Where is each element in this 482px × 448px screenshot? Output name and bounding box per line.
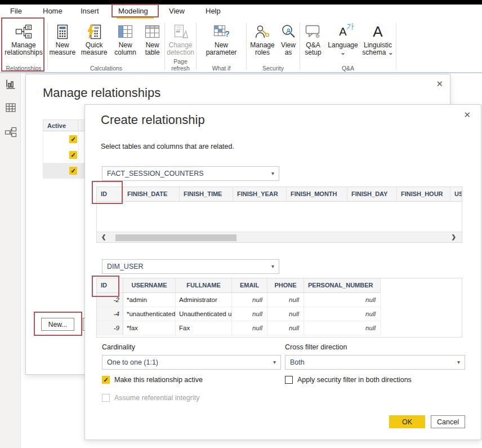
column-header-fullname[interactable]: FULLNAME (176, 278, 232, 293)
security-filter-checkbox[interactable] (285, 376, 293, 384)
language-button[interactable]: A가 Language ⌄ (327, 21, 359, 56)
data-view-icon[interactable] (5, 101, 17, 114)
checkbox-label: Assume referential integrity (114, 394, 199, 402)
referential-integrity-option: Assume referential integrity (102, 394, 199, 402)
menu-tab-view[interactable]: View (169, 7, 185, 15)
referential-integrity-checkbox (102, 394, 110, 402)
manage-relationships-button[interactable]: Manage relationships (2, 21, 45, 56)
column-header-phone[interactable]: PHONE (267, 278, 304, 293)
model-view-icon[interactable] (5, 126, 17, 138)
table-cell: null (304, 307, 381, 321)
svg-text:?: ? (225, 29, 229, 38)
column-header-id[interactable]: ID (97, 278, 123, 293)
column-header-finish-month[interactable]: FINISH_MONTH (287, 187, 347, 202)
report-view-icon[interactable] (5, 78, 17, 90)
menu-tab-file[interactable]: File (10, 7, 22, 15)
group-label-security: Security (247, 65, 300, 72)
create-dialog-subtitle: Select tables and columns that are relat… (101, 143, 234, 150)
make-active-option[interactable]: ✓ Make this relationship active (102, 376, 203, 384)
new-table-button[interactable]: New table (140, 21, 164, 56)
active-checkbox[interactable]: ✓ (69, 151, 77, 159)
new-measure-icon (56, 21, 69, 42)
manage-roles-button[interactable]: Manage roles (248, 21, 277, 56)
column-header-username[interactable]: USERNAME (123, 278, 176, 293)
column-header-finish-day[interactable]: FINISH_DAY (347, 187, 397, 202)
column-header-finish-year[interactable]: FINISH_YEAR (233, 187, 287, 202)
table-cell: Administrator (176, 293, 232, 307)
new-measure-button[interactable]: New measure (48, 21, 77, 56)
change-detection-button: Change detection (166, 21, 196, 56)
manage-dialog-title: Manage relationships (43, 86, 160, 100)
cross-filter-value: Both (290, 358, 305, 366)
make-active-checkbox[interactable]: ✓ (102, 376, 110, 384)
quick-measure-button[interactable]: Quick measure (78, 21, 110, 56)
table-cell: -9 (97, 321, 123, 335)
button-label: Change detection (166, 42, 196, 56)
checkbox-label: Apply security filter in both directions (297, 376, 412, 384)
horizontal-scrollbar[interactable]: ❮ ❯ (97, 232, 462, 243)
button-label: Language ⌄ (327, 42, 359, 56)
column-header-finish-hour[interactable]: FINISH_HOUR (397, 187, 450, 202)
chevron-down-icon: ▾ (271, 167, 274, 180)
view-as-icon (281, 21, 296, 42)
button-label: View as (278, 42, 298, 56)
active-checkbox[interactable]: ✓ (69, 167, 77, 175)
scroll-right-icon[interactable]: ❯ (452, 234, 456, 240)
ribbon-group-relationships: Manage relationships Relationships (0, 20, 47, 73)
table-cell: null (267, 321, 304, 335)
power-bi-window: File Home Insert Modeling View Help (0, 0, 482, 448)
menu-tab-home[interactable]: Home (43, 7, 63, 15)
qa-setup-button[interactable]: ⚙ Q&A setup (301, 21, 325, 56)
cross-filter-dropdown[interactable]: Both ▾ (285, 355, 465, 370)
button-label: New parameter (203, 42, 240, 56)
linguistic-schema-icon: A (373, 21, 382, 42)
ribbon-group-calculations: New measure (48, 20, 164, 73)
menu-bar: File Home Insert Modeling View Help (0, 5, 482, 20)
table1-select-value: FACT_SESSION_COUNTERS (107, 170, 204, 178)
table-cell: Fax (176, 321, 232, 335)
cross-filter-label: Cross filter direction (285, 343, 347, 351)
button-label: New measure (48, 42, 77, 56)
scroll-left-icon[interactable]: ❮ (101, 234, 106, 240)
linguistic-schema-button[interactable]: A Linguistic schema ⌄ (360, 21, 395, 56)
column-header-finish-time[interactable]: FINISH_TIME (180, 187, 233, 202)
window-titlebar (0, 0, 482, 5)
table-cell: *admin (123, 293, 176, 307)
ribbon-groups: Manage relationships Relationships (0, 20, 482, 73)
column-header-finish-date[interactable]: FINISH_DATE (123, 187, 180, 202)
chevron-down-icon: ▾ (271, 260, 274, 273)
view-as-button[interactable]: View as (278, 21, 298, 56)
cardinality-dropdown[interactable]: One to one (1:1) ▾ (102, 355, 281, 370)
table-cell: null (304, 293, 381, 307)
security-filter-option[interactable]: Apply security filter in both directions (285, 376, 412, 384)
button-label: Q&A setup (301, 42, 325, 56)
new-parameter-button[interactable]: ? New parameter (203, 21, 240, 56)
chevron-down-icon: ▾ (273, 356, 276, 369)
new-column-button[interactable]: New column (111, 21, 140, 56)
manage-relationships-icon (15, 21, 32, 42)
close-icon[interactable]: ✕ (463, 110, 471, 119)
table-cell: null (232, 307, 267, 321)
create-relationship-dialog: ✕ Create relationship Select tables and … (84, 104, 481, 440)
active-checkbox[interactable]: ✓ (69, 135, 77, 143)
ribbon-group-what-if: ? New parameter What if (197, 20, 246, 73)
column-header-email[interactable]: EMAIL (232, 278, 267, 293)
column-header-id[interactable]: ID (97, 187, 123, 202)
table2-select-dropdown[interactable]: DIM_USER ▾ (102, 259, 279, 274)
scrollbar-thumb[interactable] (115, 234, 236, 241)
column-header-personal-number[interactable]: PERSONAL_NUMBER (304, 278, 381, 293)
menu-tab-insert[interactable]: Insert (81, 7, 99, 15)
ok-button[interactable]: OK (389, 415, 425, 428)
close-icon[interactable]: ✕ (436, 79, 443, 88)
table-row: -4 *unauthenticated Unauthenticated user… (97, 307, 381, 321)
column-header-user-id[interactable]: USER_ID (450, 187, 462, 202)
new-relationship-button[interactable]: New... (41, 318, 74, 331)
active-column-header: Active (43, 120, 78, 131)
menu-tab-modeling[interactable]: Modeling (118, 7, 148, 15)
cancel-button[interactable]: Cancel (431, 415, 465, 428)
chevron-down-icon: ▾ (457, 356, 460, 369)
table1-select-dropdown[interactable]: FACT_SESSION_COUNTERS ▾ (102, 166, 279, 181)
menu-tab-help[interactable]: Help (206, 7, 221, 15)
new-column-icon (118, 21, 133, 42)
group-label-relationships: Relationships (0, 65, 47, 72)
